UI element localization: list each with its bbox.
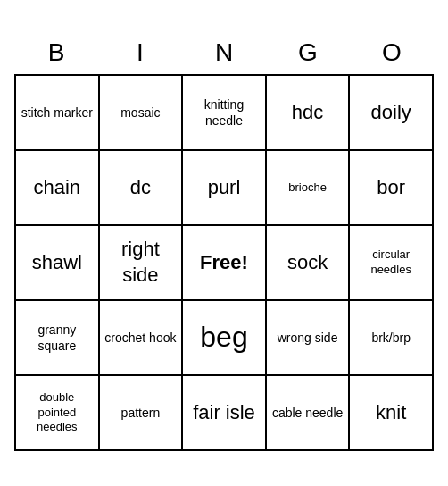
header-letter: O (350, 35, 434, 71)
header-letter: N (182, 35, 266, 71)
bingo-cell: dc (100, 151, 184, 226)
bingo-cell: stitch marker (16, 76, 100, 151)
header-letter: B (14, 35, 98, 71)
bingo-cell: wrong side (267, 301, 351, 376)
bingo-cell: doily (350, 76, 434, 151)
bingo-cell: hdc (267, 76, 351, 151)
bingo-cell: granny square (16, 301, 100, 376)
bingo-cell: bor (350, 151, 434, 226)
bingo-cell: brk/brp (350, 301, 434, 376)
bingo-card: BINGO stitch markermosaicknitting needle… (14, 35, 434, 451)
bingo-cell: pattern (100, 376, 184, 451)
bingo-cell: knit (350, 376, 434, 451)
bingo-cell: right side (100, 226, 184, 301)
bingo-cell: shawl (16, 226, 100, 301)
bingo-cell: knitting needle (183, 76, 267, 151)
bingo-cell: double pointed needles (16, 376, 100, 451)
bingo-cell: Free! (183, 226, 267, 301)
bingo-cell: brioche (267, 151, 351, 226)
bingo-cell: chain (16, 151, 100, 226)
bingo-cell: sock (267, 226, 351, 301)
bingo-cell: cable needle (267, 376, 351, 451)
bingo-cell: circular needles (350, 226, 434, 301)
bingo-cell: mosaic (100, 76, 184, 151)
bingo-header: BINGO (14, 35, 434, 71)
bingo-cell: crochet hook (100, 301, 184, 376)
bingo-cell: fair isle (183, 376, 267, 451)
bingo-cell: purl (183, 151, 267, 226)
header-letter: G (266, 35, 350, 71)
header-letter: I (98, 35, 182, 71)
bingo-cell: beg (183, 301, 267, 376)
bingo-grid: stitch markermosaicknitting needlehdcdoi… (14, 74, 434, 451)
